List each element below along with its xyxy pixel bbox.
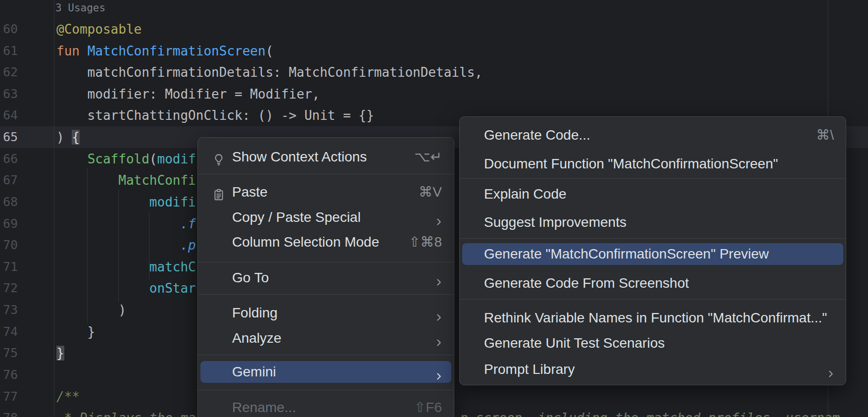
menu-item-folding[interactable]: Folding [200, 302, 451, 324]
usages-inlay-hint[interactable]: 3 Usages [55, 0, 105, 16]
code-line: } [56, 321, 95, 343]
code-line: .p [56, 234, 196, 256]
lightbulb-icon [212, 151, 225, 163]
menu-item-generate-code-from-screenshot[interactable]: Generate Code From Screenshot [462, 272, 843, 294]
code-line: modifi [56, 191, 196, 213]
line-number: 66 [0, 148, 18, 170]
menu-item-shortcut: ⌘\ [816, 124, 834, 146]
menu-item-analyze[interactable]: Analyze [200, 327, 451, 349]
menu-item-label: Folding [232, 302, 278, 324]
menu-item-rethink-variable-names-in-function-matchconfirmat[interactable]: Rethink Variable Names in Function "Matc… [462, 307, 843, 329]
clipboard-icon [212, 186, 225, 199]
line-number: 71 [0, 256, 18, 278]
menu-item-label: Column Selection Mode [232, 231, 379, 253]
code-line: matchConfirmationDetails: MatchConfirmat… [56, 61, 482, 83]
menu-item-label: Suggest Improvements [484, 211, 627, 233]
line-number: 67 [0, 169, 18, 191]
line-number: 78 [0, 407, 18, 417]
menu-item-shortcut: ⌥↵ [414, 146, 442, 168]
chevron-right-icon [434, 272, 444, 283]
line-number: 73 [0, 299, 18, 321]
chevron-right-icon [825, 364, 836, 375]
line-number: 68 [0, 191, 18, 213]
menu-item-shortcut: ⇧F6 [414, 397, 442, 417]
menu-item-paste[interactable]: Paste⌘V [200, 181, 451, 203]
line-number: 74 [0, 321, 18, 343]
menu-separator [198, 262, 454, 262]
menu-item-go-to[interactable]: Go To [200, 267, 451, 289]
menu-item-label: Generate Unit Test Scenarios [484, 332, 665, 354]
menu-separator [460, 178, 846, 179]
menu-separator [198, 294, 454, 295]
menu-item-label: Prompt Library [484, 359, 575, 380]
menu-item-label: Gemini [232, 361, 276, 383]
line-number: 75 [0, 342, 18, 364]
menu-item-generate-unit-test-scenarios[interactable]: Generate Unit Test Scenarios [462, 332, 843, 354]
code-line: modifier: Modifier = Modifier, [56, 83, 320, 105]
menu-item-copy-paste-special[interactable]: Copy / Paste Special [200, 207, 451, 228]
menu-item-rename[interactable]: Rename...⇧F6 [200, 397, 451, 417]
line-number: 70 [0, 234, 18, 256]
menu-item-label: Generate Code From Screenshot [484, 272, 689, 294]
menu-item-gemini[interactable]: Gemini [200, 361, 451, 383]
menu-item-document-function-matchconfirmationscreen[interactable]: Document Function "MatchConfirmationScre… [462, 153, 843, 175]
menu-item-label: Rethink Variable Names in Function "Matc… [484, 307, 827, 329]
menu-separator [198, 174, 454, 174]
code-line: .f [56, 213, 196, 235]
menu-item-label: Generate Code... [484, 124, 590, 146]
line-number: 72 [0, 277, 18, 299]
menu-item-label: Show Context Actions [232, 146, 367, 168]
menu-separator [460, 299, 846, 300]
line-number: 60 [0, 18, 18, 40]
menu-item-label: Go To [232, 267, 269, 289]
menu-item-column-selection-mode[interactable]: Column Selection Mode⇧⌘8 [200, 231, 451, 253]
line-number: 65 [0, 126, 18, 148]
code-line: matchC [56, 256, 196, 278]
line-number: 64 [0, 104, 18, 126]
code-line: fun MatchConfirmationScreen( [56, 40, 273, 62]
menu-item-generate-code[interactable]: Generate Code...⌘\ [462, 124, 843, 146]
menu-separator [460, 238, 846, 239]
line-number: 76 [0, 364, 18, 386]
menu-item-show-context-actions[interactable]: Show Context Actions⌥↵ [200, 146, 451, 168]
line-number: 63 [0, 83, 18, 105]
editor-context-menu: Show Context Actions⌥↵Paste⌘VCopy / Past… [197, 137, 454, 417]
menu-item-label: Copy / Paste Special [232, 207, 361, 228]
line-number: 77 [0, 386, 18, 408]
code-line-fragment: n screen, including the matched profiles… [460, 407, 840, 417]
menu-item-label: Document Function "MatchConfirmationScre… [484, 153, 778, 175]
code-line: @Composable [56, 18, 142, 40]
menu-item-label: Generate "MatchConfirmationScreen" Previ… [484, 243, 769, 265]
gutter-separator [54, 0, 54, 417]
chevron-right-icon [434, 308, 444, 318]
code-line: /** [56, 386, 80, 408]
line-number: 61 [0, 40, 18, 62]
code-line: ) [56, 299, 126, 321]
line-number: 69 [0, 213, 18, 235]
code-line: ) { [56, 126, 80, 148]
menu-item-label: Rename... [232, 397, 296, 417]
chevron-right-icon [434, 333, 444, 344]
menu-item-label: Paste [232, 181, 268, 203]
menu-item-suggest-improvements[interactable]: Suggest Improvements [462, 211, 843, 233]
menu-item-label: Explain Code [484, 183, 567, 205]
menu-item-generate-matchconfirmationscreen-preview[interactable]: Generate "MatchConfirmationScreen" Previ… [462, 243, 843, 265]
menu-item-shortcut: ⇧⌘8 [409, 231, 442, 253]
code-line: startChattingOnClick: () -> Unit = {} [56, 104, 374, 126]
menu-item-explain-code[interactable]: Explain Code [462, 183, 843, 205]
chevron-right-icon [434, 366, 444, 377]
menu-separator [198, 355, 454, 355]
code-line: onStar [56, 277, 196, 299]
code-line: MatchConfi [56, 169, 196, 191]
chevron-right-icon [434, 212, 444, 223]
line-number: 62 [0, 61, 18, 83]
gemini-submenu: Generate Code...⌘\Document Function "Mat… [459, 116, 846, 385]
menu-separator [198, 390, 454, 390]
menu-item-label: Analyze [232, 327, 282, 349]
code-line: * Displays the ma [56, 407, 196, 417]
code-line: Scaffold(modif [56, 148, 196, 170]
menu-item-shortcut: ⌘V [419, 181, 442, 203]
code-line: } [56, 342, 64, 364]
menu-item-prompt-library[interactable]: Prompt Library [462, 359, 843, 380]
